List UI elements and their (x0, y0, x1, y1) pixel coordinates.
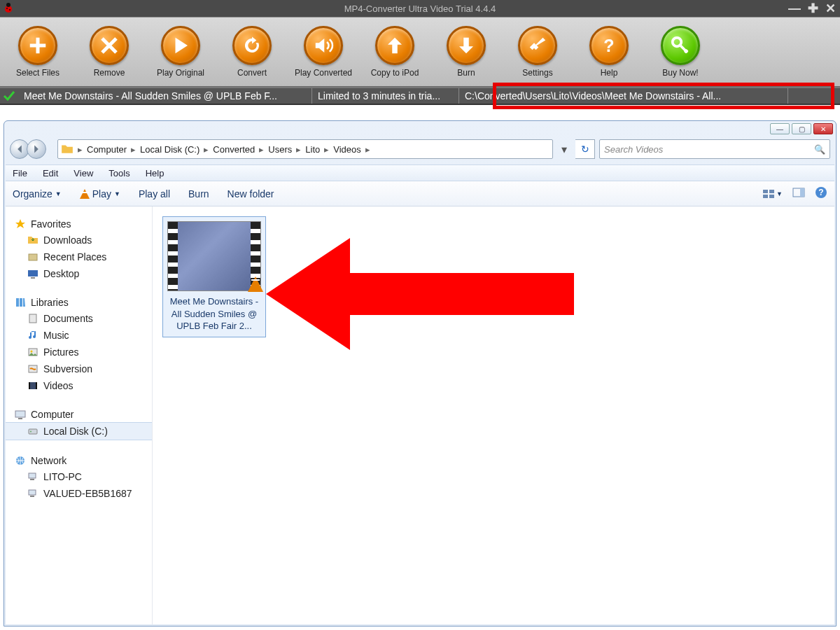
toolbar-label: Burn (457, 68, 475, 78)
sidebar-group-favorites[interactable]: Favorites (6, 216, 152, 232)
menu-view[interactable]: View (74, 168, 93, 178)
item-icon (27, 251, 39, 263)
svg-rect-15 (28, 270, 38, 276)
sidebar-group-libraries[interactable]: Libraries (6, 295, 152, 310)
address-dropdown-icon[interactable]: ▾ (557, 143, 571, 156)
item-icon (27, 425, 39, 438)
view-options-button[interactable]: ▼ (762, 189, 783, 199)
chevron-down-icon: ▼ (55, 190, 62, 197)
toolbar-select-files-button[interactable]: Select Files (7, 26, 69, 78)
toolbar-label: Play Original (157, 68, 204, 78)
svg-text:?: ? (603, 36, 614, 55)
sidebar-item-music[interactable]: Music (6, 327, 152, 344)
sidebar-item-pictures[interactable]: Pictures (6, 344, 152, 360)
breadcrumb-segment[interactable]: Converted (210, 144, 258, 155)
svg-rect-22 (29, 382, 30, 389)
item-icon (27, 312, 39, 325)
converter-toolbar: Select FilesRemovePlay OriginalConvertPl… (0, 17, 840, 87)
toolbar-label: Help (601, 68, 618, 78)
svg-rect-6 (763, 190, 768, 193)
item-icon (27, 470, 39, 483)
svg-rect-23 (36, 382, 37, 389)
toolbar-play-converted-button[interactable]: Play Converted (293, 26, 354, 78)
plus-icon (18, 26, 57, 65)
play-button[interactable]: Play ▼ (80, 188, 120, 200)
explorer-window: — ▢ ✕ ▸Computer▸Local Disk (C:)▸Converte… (4, 120, 836, 626)
organize-button[interactable]: Organize ▼ (13, 188, 62, 200)
item-icon (27, 346, 39, 358)
svg-text:?: ? (818, 188, 823, 197)
breadcrumb-segment[interactable]: Users (265, 144, 295, 155)
sidebar-item-videos[interactable]: Videos (6, 377, 152, 394)
computer-icon (14, 408, 27, 421)
item-icon (27, 329, 39, 342)
breadcrumb-separator: ▸ (202, 144, 210, 155)
item-icon (27, 487, 39, 500)
sidebar-item-recent-places[interactable]: Recent Places (6, 248, 152, 265)
toolbar-burn-button[interactable]: Burn (435, 26, 497, 78)
minimize-button[interactable]: — (788, 1, 801, 16)
sidebar-item-documents[interactable]: Documents (6, 310, 152, 327)
svg-rect-30 (30, 479, 34, 480)
menu-file[interactable]: File (13, 168, 27, 178)
vlc-cone-icon (80, 189, 90, 199)
explorer-sidebar: FavoritesDownloadsRecent PlacesDesktopLi… (6, 206, 153, 624)
sidebar-item-lito-pc[interactable]: LITO-PC (6, 468, 152, 485)
maximize-button[interactable]: ✚ (808, 1, 818, 16)
refresh-icon (232, 26, 272, 65)
new-folder-button[interactable]: New folder (227, 188, 274, 200)
svg-point-27 (30, 431, 31, 433)
toolbar-help-button[interactable]: ?Help (578, 26, 640, 78)
breadcrumb-segment[interactable]: Computer (84, 144, 130, 155)
refresh-button[interactable]: ↻ (575, 139, 595, 159)
burn-button[interactable]: Burn (188, 188, 209, 200)
explorer-titlebar: — ▢ ✕ (4, 121, 836, 136)
toolbar-remove-button[interactable]: Remove (78, 26, 140, 78)
preview-pane-button[interactable] (792, 188, 805, 200)
breadcrumb-segment[interactable]: Local Disk (C:) (137, 144, 202, 155)
sidebar-item-subversion[interactable]: Subversion (6, 360, 152, 377)
sidebar-item-downloads[interactable]: Downloads (6, 232, 152, 248)
toolbar-label: Buy Now! (662, 68, 698, 78)
play-icon (161, 26, 200, 65)
favorites-icon (14, 218, 27, 230)
menu-edit[interactable]: Edit (43, 168, 58, 178)
toolbar-copy-to-ipod-button[interactable]: Copy to iPod (364, 26, 426, 78)
toolbar-play-original-button[interactable]: Play Original (150, 26, 211, 78)
sidebar-group-network[interactable]: Network (6, 453, 152, 468)
toolbar-label: Play Converted (295, 68, 352, 78)
down-icon (447, 26, 486, 65)
toolbar-buy-now--button[interactable]: Buy Now! (650, 26, 711, 78)
menu-tools[interactable]: Tools (108, 168, 130, 178)
toolbar-label: Copy to iPod (371, 68, 419, 78)
toolbar-settings-button[interactable]: Settings (507, 26, 568, 78)
address-bar[interactable]: ▸Computer▸Local Disk (C:)▸Converted▸User… (57, 139, 553, 159)
svg-rect-11 (800, 188, 804, 197)
sidebar-item-valued-eb5b1687[interactable]: VALUED-EB5B1687 (6, 485, 152, 502)
breadcrumb-segment[interactable]: Videos (330, 144, 364, 155)
explorer-maximize-button[interactable]: ▢ (792, 123, 811, 134)
breadcrumb-segment[interactable]: Lito (302, 144, 323, 155)
svg-rect-24 (15, 411, 25, 417)
explorer-minimize-button[interactable]: — (770, 123, 790, 134)
status-filename: Meet Me Downstairs - All Sudden Smiles @… (18, 88, 312, 104)
sidebar-item-local-disk-c-[interactable]: Local Disk (C:) (6, 422, 152, 440)
up-icon (375, 26, 414, 65)
close-button[interactable]: ✕ (825, 1, 836, 16)
svg-point-3 (9, 9, 10, 10)
play-all-button[interactable]: Play all (139, 188, 170, 200)
sidebar-group-computer[interactable]: Computer (6, 407, 152, 422)
sidebar-item-desktop[interactable]: Desktop (6, 265, 152, 282)
explorer-close-button[interactable]: ✕ (813, 123, 833, 134)
help-button[interactable]: ? (815, 186, 827, 201)
breadcrumb-separator: ▸ (130, 144, 137, 155)
menu-help[interactable]: Help (146, 168, 164, 178)
svg-rect-32 (30, 496, 34, 497)
svg-rect-17 (29, 314, 36, 323)
forward-button[interactable] (27, 139, 46, 159)
tools-icon (518, 26, 557, 65)
search-icon: 🔍 (814, 144, 825, 155)
video-file-item[interactable]: Meet Me Downstairs - All Sudden Smiles @… (162, 216, 266, 337)
search-input[interactable]: Search Videos 🔍 (599, 139, 830, 159)
toolbar-convert-button[interactable]: Convert (221, 26, 283, 78)
